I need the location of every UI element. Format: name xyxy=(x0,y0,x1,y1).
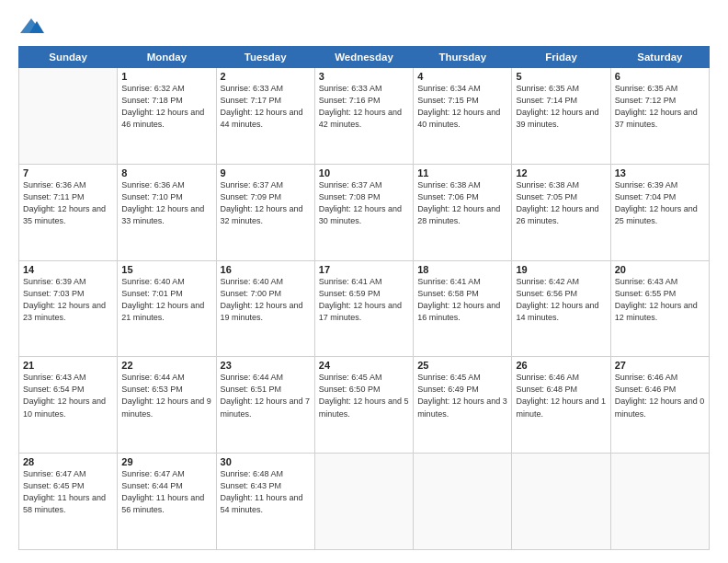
sunset-label: Sunset: 6:58 PM xyxy=(417,289,479,298)
sunrise-label: Sunrise: 6:45 AM xyxy=(319,373,382,382)
sunrise-label: Sunrise: 6:45 AM xyxy=(417,373,481,382)
day-number: 28 xyxy=(23,456,113,467)
calendar-cell: 7 Sunrise: 6:36 AM Sunset: 7:11 PM Dayli… xyxy=(19,164,118,260)
calendar-cell: 14 Sunrise: 6:39 AM Sunset: 7:03 PM Dayl… xyxy=(19,260,118,357)
calendar-cell xyxy=(414,454,512,550)
day-info: Sunrise: 6:39 AM Sunset: 7:04 PM Dayligh… xyxy=(615,179,705,227)
calendar-table: SundayMondayTuesdayWednesdayThursdayFrid… xyxy=(18,46,710,550)
sunset-label: Sunset: 6:46 PM xyxy=(615,385,677,394)
calendar-cell: 10 Sunrise: 6:37 AM Sunset: 7:08 PM Dayl… xyxy=(314,164,413,260)
sunrise-label: Sunrise: 6:40 AM xyxy=(121,277,185,286)
sunset-label: Sunset: 6:48 PM xyxy=(516,385,577,394)
daylight-label: Daylight: 12 hours and 3 minutes. xyxy=(417,396,507,418)
calendar-cell: 25 Sunrise: 6:45 AM Sunset: 6:49 PM Dayl… xyxy=(414,357,512,454)
sunrise-label: Sunrise: 6:37 AM xyxy=(221,180,284,190)
calendar-cell: 8 Sunrise: 6:36 AM Sunset: 7:10 PM Dayli… xyxy=(118,164,216,260)
sunrise-label: Sunrise: 6:39 AM xyxy=(615,180,678,190)
sunrise-label: Sunrise: 6:33 AM xyxy=(221,84,284,93)
day-info: Sunrise: 6:33 AM Sunset: 7:17 PM Dayligh… xyxy=(221,83,311,131)
sunset-label: Sunset: 6:59 PM xyxy=(319,289,381,298)
calendar-cell: 3 Sunrise: 6:33 AM Sunset: 7:16 PM Dayli… xyxy=(314,68,413,165)
daylight-label: Daylight: 12 hours and 21 minutes. xyxy=(121,301,204,322)
calendar-cell xyxy=(512,454,610,550)
day-info: Sunrise: 6:36 AM Sunset: 7:11 PM Dayligh… xyxy=(23,179,113,227)
day-info: Sunrise: 6:32 AM Sunset: 7:18 PM Dayligh… xyxy=(121,83,211,131)
calendar-cell: 11 Sunrise: 6:38 AM Sunset: 7:06 PM Dayl… xyxy=(414,164,512,260)
day-info: Sunrise: 6:37 AM Sunset: 7:08 PM Dayligh… xyxy=(319,179,409,227)
day-info: Sunrise: 6:37 AM Sunset: 7:09 PM Dayligh… xyxy=(221,179,311,227)
sunset-label: Sunset: 7:03 PM xyxy=(23,289,85,298)
sunset-label: Sunset: 7:06 PM xyxy=(417,192,479,201)
day-number: 24 xyxy=(319,360,409,371)
sunrise-label: Sunrise: 6:47 AM xyxy=(23,469,86,478)
calendar-cell: 30 Sunrise: 6:48 AM Sunset: 6:43 PM Dayl… xyxy=(216,454,314,550)
daylight-label: Daylight: 12 hours and 1 minute. xyxy=(516,396,606,418)
calendar-cell: 1 Sunrise: 6:32 AM Sunset: 7:18 PM Dayli… xyxy=(118,68,216,165)
sunrise-label: Sunrise: 6:43 AM xyxy=(23,373,86,382)
calendar-cell: 26 Sunrise: 6:46 AM Sunset: 6:48 PM Dayl… xyxy=(512,357,610,454)
sunset-label: Sunset: 7:09 PM xyxy=(221,192,282,201)
sunrise-label: Sunrise: 6:41 AM xyxy=(319,277,382,286)
day-number: 29 xyxy=(121,456,211,467)
calendar-cell: 28 Sunrise: 6:47 AM Sunset: 6:45 PM Dayl… xyxy=(19,454,118,550)
sunset-label: Sunset: 6:50 PM xyxy=(319,385,381,394)
day-number: 15 xyxy=(121,264,211,275)
day-info: Sunrise: 6:35 AM Sunset: 7:12 PM Dayligh… xyxy=(615,83,705,131)
sunset-label: Sunset: 6:44 PM xyxy=(121,481,183,490)
day-number: 19 xyxy=(516,264,606,275)
daylight-label: Daylight: 12 hours and 5 minutes. xyxy=(319,396,409,418)
sunset-label: Sunset: 7:16 PM xyxy=(319,96,381,105)
weekday-header: Friday xyxy=(512,47,610,68)
calendar-week-row: 14 Sunrise: 6:39 AM Sunset: 7:03 PM Dayl… xyxy=(19,260,710,357)
day-info: Sunrise: 6:48 AM Sunset: 6:43 PM Dayligh… xyxy=(221,468,311,516)
calendar-cell: 9 Sunrise: 6:37 AM Sunset: 7:09 PM Dayli… xyxy=(216,164,314,260)
day-number: 17 xyxy=(319,264,409,275)
daylight-label: Daylight: 12 hours and 17 minutes. xyxy=(319,301,402,322)
daylight-label: Daylight: 12 hours and 30 minutes. xyxy=(319,204,402,225)
daylight-label: Daylight: 12 hours and 25 minutes. xyxy=(615,204,698,225)
day-number: 5 xyxy=(516,71,606,82)
sunrise-label: Sunrise: 6:36 AM xyxy=(23,180,86,190)
calendar-cell xyxy=(610,454,709,550)
calendar-cell xyxy=(314,454,413,550)
sunrise-label: Sunrise: 6:44 AM xyxy=(221,373,284,382)
daylight-label: Daylight: 12 hours and 7 minutes. xyxy=(221,396,311,418)
day-info: Sunrise: 6:44 AM Sunset: 6:51 PM Dayligh… xyxy=(221,372,311,419)
day-number: 8 xyxy=(121,167,211,178)
day-info: Sunrise: 6:41 AM Sunset: 6:58 PM Dayligh… xyxy=(417,276,507,324)
calendar-week-row: 28 Sunrise: 6:47 AM Sunset: 6:45 PM Dayl… xyxy=(19,454,710,550)
day-info: Sunrise: 6:46 AM Sunset: 6:46 PM Dayligh… xyxy=(615,372,705,419)
day-number: 4 xyxy=(417,71,507,82)
day-number: 10 xyxy=(319,167,409,178)
day-info: Sunrise: 6:39 AM Sunset: 7:03 PM Dayligh… xyxy=(23,276,113,324)
calendar-cell: 2 Sunrise: 6:33 AM Sunset: 7:17 PM Dayli… xyxy=(216,68,314,165)
calendar-cell: 27 Sunrise: 6:46 AM Sunset: 6:46 PM Dayl… xyxy=(610,357,709,454)
day-number: 1 xyxy=(121,71,211,82)
sunrise-label: Sunrise: 6:37 AM xyxy=(319,180,382,190)
day-number: 16 xyxy=(221,264,311,275)
calendar-cell: 16 Sunrise: 6:40 AM Sunset: 7:00 PM Dayl… xyxy=(216,260,314,357)
sunset-label: Sunset: 7:18 PM xyxy=(121,96,183,105)
day-info: Sunrise: 6:41 AM Sunset: 6:59 PM Dayligh… xyxy=(319,276,409,324)
day-info: Sunrise: 6:34 AM Sunset: 7:15 PM Dayligh… xyxy=(417,83,507,131)
day-info: Sunrise: 6:36 AM Sunset: 7:10 PM Dayligh… xyxy=(121,179,211,227)
sunrise-label: Sunrise: 6:36 AM xyxy=(121,180,185,190)
calendar-week-row: 7 Sunrise: 6:36 AM Sunset: 7:11 PM Dayli… xyxy=(19,164,710,260)
sunset-label: Sunset: 7:14 PM xyxy=(516,96,577,105)
daylight-label: Daylight: 12 hours and 10 minutes. xyxy=(23,396,106,418)
weekday-header: Saturday xyxy=(610,47,709,68)
daylight-label: Daylight: 12 hours and 46 minutes. xyxy=(121,108,204,129)
calendar-week-row: 1 Sunrise: 6:32 AM Sunset: 7:18 PM Dayli… xyxy=(19,68,710,165)
day-info: Sunrise: 6:33 AM Sunset: 7:16 PM Dayligh… xyxy=(319,83,409,131)
sunrise-label: Sunrise: 6:47 AM xyxy=(121,469,185,478)
day-info: Sunrise: 6:43 AM Sunset: 6:54 PM Dayligh… xyxy=(23,372,113,419)
day-number: 26 xyxy=(516,360,606,371)
day-number: 20 xyxy=(615,264,705,275)
daylight-label: Daylight: 12 hours and 26 minutes. xyxy=(516,204,598,225)
daylight-label: Daylight: 12 hours and 12 minutes. xyxy=(615,301,698,322)
day-info: Sunrise: 6:47 AM Sunset: 6:44 PM Dayligh… xyxy=(121,468,211,516)
sunset-label: Sunset: 7:11 PM xyxy=(23,192,85,201)
calendar-cell xyxy=(19,68,118,165)
daylight-label: Daylight: 12 hours and 44 minutes. xyxy=(221,108,303,129)
day-info: Sunrise: 6:44 AM Sunset: 6:53 PM Dayligh… xyxy=(121,372,211,419)
